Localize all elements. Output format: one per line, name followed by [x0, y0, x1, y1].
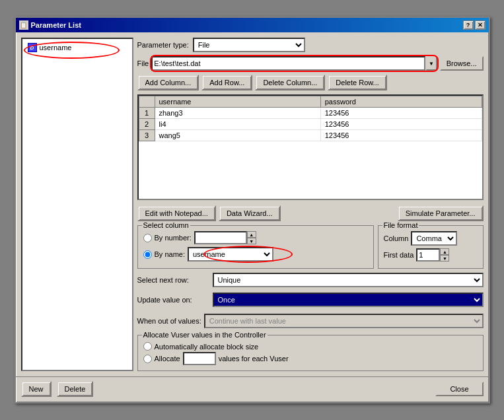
auto-alloc-row: Automatically allocate block size — [143, 342, 478, 351]
first-data-spin-down[interactable]: ▼ — [440, 255, 449, 262]
add-column-button[interactable]: Add Column... — [137, 75, 199, 90]
first-data-spin-up[interactable]: ▲ — [440, 248, 449, 255]
allocate-group: Allocate Vuser values in the Controller … — [137, 335, 484, 371]
alloc-row: Allocate values for each Vuser — [143, 352, 478, 365]
first-data-row: First data ▲ ▼ — [384, 248, 478, 262]
alloc-label: Allocate — [155, 355, 180, 363]
data-wizard-button[interactable]: Data Wizard... — [219, 205, 281, 221]
data-cell: zhang3 — [155, 108, 320, 119]
when-out-label: When out of values: — [137, 317, 201, 325]
first-data-input[interactable] — [416, 248, 440, 262]
param-icon: D — [28, 43, 37, 52]
update-oval-wrap: Once — [213, 293, 484, 307]
by-number-input[interactable] — [194, 231, 247, 244]
table-row[interactable]: 3wang5123456 — [139, 130, 482, 141]
left-panel: D username — [21, 38, 133, 371]
toolbar-row: Add Column... Add Row... Delete Column..… — [137, 75, 484, 90]
by-name-select[interactable]: username — [188, 247, 273, 262]
close-x-button[interactable]: ✕ — [475, 20, 486, 30]
row-num-cell: 2 — [139, 119, 155, 130]
title-bar-buttons: ? ✕ — [463, 20, 486, 30]
help-button[interactable]: ? — [463, 20, 474, 30]
data-cell: 123456 — [320, 108, 482, 119]
param-icon-label: D — [30, 45, 34, 51]
by-name-label: By name: — [155, 250, 185, 258]
spin-up[interactable]: ▲ — [247, 231, 256, 238]
dialog-title: Parameter List — [31, 21, 81, 29]
file-dropdown-btn[interactable]: ▼ — [425, 56, 437, 71]
auto-alloc-label: Automatically allocate block size — [155, 343, 259, 351]
data-cell: wang5 — [155, 130, 320, 141]
when-out-row: When out of values: Continue with last v… — [137, 314, 484, 328]
column-label: Column — [384, 234, 409, 242]
update-value-label: Update value on: — [137, 296, 210, 304]
edit-wizard-row: Edit with Notepad... Data Wizard... Simu… — [137, 205, 484, 221]
edit-notepad-button[interactable]: Edit with Notepad... — [137, 205, 216, 221]
data-table: username password 1zhang31234562li412345… — [139, 96, 482, 141]
select-next-row-select[interactable]: Unique — [213, 273, 484, 287]
data-cell: 123456 — [320, 119, 482, 130]
title-bar: 📋 Parameter List ? ✕ — [16, 18, 489, 32]
dialog-footer: New Delete Close — [16, 376, 489, 402]
select-column-group: Select column By number: ▲ ▼ — [137, 225, 374, 269]
dialog-body: D username Parameter type: File File ▼ — [16, 32, 489, 376]
new-button[interactable]: New — [21, 381, 52, 397]
select-column-title: Select column — [142, 221, 190, 229]
right-panel: Parameter type: File File ▼ Browse... Ad… — [137, 38, 484, 371]
file-format-title: File format — [382, 221, 419, 229]
file-label: File — [137, 59, 149, 67]
file-input-wrap: ▼ — [151, 56, 437, 71]
col-header-password: password — [320, 96, 482, 108]
parameter-list-dialog: 📋 Parameter List ? ✕ D username Paramete… — [15, 17, 490, 403]
param-type-select[interactable]: File — [193, 38, 305, 52]
footer-left: New Delete — [21, 381, 94, 397]
row-num-cell: 1 — [139, 108, 155, 119]
update-value-row: Update value on: Once — [137, 293, 484, 307]
table-row[interactable]: 1zhang3123456 — [139, 108, 482, 119]
by-name-row: By name: username — [143, 247, 368, 262]
column-row: Column Comma — [384, 231, 478, 246]
delete-column-button[interactable]: Delete Column... — [255, 75, 325, 90]
dialog-icon: 📋 — [19, 20, 28, 30]
auto-alloc-radio[interactable] — [143, 342, 152, 351]
data-table-wrap: username password 1zhang31234562li412345… — [137, 94, 484, 200]
title-bar-left: 📋 Parameter List — [19, 20, 81, 30]
param-item-label: username — [40, 44, 72, 52]
column-select[interactable]: Comma — [411, 231, 457, 246]
bottom-panels: Select column By number: ▲ ▼ — [137, 225, 484, 269]
file-row: File ▼ Browse... — [137, 56, 484, 71]
alloc-fixed-radio[interactable] — [143, 355, 152, 363]
browse-button[interactable]: Browse... — [440, 56, 484, 71]
snr-section: Select next row: Unique Update value on:… — [137, 273, 484, 310]
spin-down[interactable]: ▼ — [247, 238, 256, 244]
param-type-label: Parameter type: — [137, 41, 189, 49]
param-type-row: Parameter type: File — [137, 38, 484, 52]
add-row-button[interactable]: Add Row... — [201, 75, 252, 90]
row-num-cell: 3 — [139, 130, 155, 141]
file-input[interactable] — [151, 56, 425, 71]
data-cell: li4 — [155, 119, 320, 130]
alloc-input[interactable] — [183, 352, 216, 365]
by-number-row: By number: ▲ ▼ — [143, 231, 368, 244]
select-next-row-row: Select next row: Unique — [137, 273, 484, 287]
alloc-suffix: values for each Vuser — [219, 355, 289, 363]
file-format-group: File format Column Comma First data ▲ — [378, 225, 484, 269]
by-number-spinbox: ▲ ▼ — [194, 231, 256, 244]
data-cell: 123456 — [320, 130, 482, 141]
close-button[interactable]: Close — [435, 382, 483, 396]
spin-buttons: ▲ ▼ — [247, 231, 256, 244]
col-header-username: username — [155, 96, 320, 108]
footer-right: Close — [435, 382, 483, 396]
when-out-select[interactable]: Continue with last value — [204, 314, 484, 328]
by-name-radio[interactable] — [143, 250, 152, 259]
by-number-radio[interactable] — [143, 234, 152, 242]
col-header-num — [139, 96, 155, 108]
update-value-select[interactable]: Once — [213, 293, 484, 307]
delete-row-button[interactable]: Delete Row... — [328, 75, 386, 90]
simulate-button[interactable]: Simulate Parameter... — [398, 205, 484, 221]
first-data-spinbox: ▲ ▼ — [416, 248, 449, 262]
table-row[interactable]: 2li4123456 — [139, 119, 482, 130]
delete-button[interactable]: Delete — [57, 381, 94, 397]
select-next-row-label: Select next row: — [137, 276, 210, 284]
param-item-username[interactable]: D username — [25, 42, 129, 53]
